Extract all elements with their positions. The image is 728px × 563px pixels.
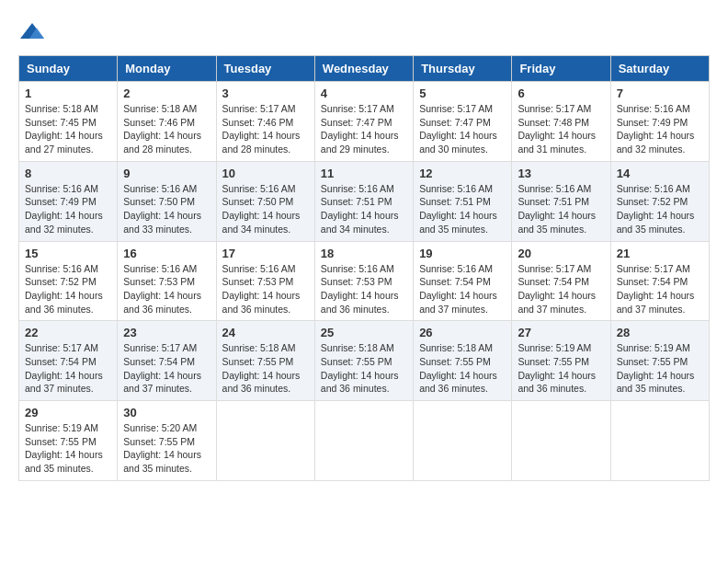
day-info: Sunrise: 5:16 AMSunset: 7:49 PMDaylight:…	[617, 102, 703, 156]
day-cell: 14Sunrise: 5:16 AMSunset: 7:52 PMDayligh…	[610, 161, 709, 241]
day-info: Sunrise: 5:17 AMSunset: 7:48 PMDaylight:…	[518, 102, 604, 156]
day-info: Sunrise: 5:19 AMSunset: 7:55 PMDaylight:…	[617, 341, 703, 396]
day-cell	[512, 401, 610, 481]
day-info: Sunrise: 5:19 AMSunset: 7:55 PMDaylight:…	[518, 341, 604, 396]
day-info: Sunrise: 5:18 AMSunset: 7:55 PMDaylight:…	[419, 341, 506, 396]
header-thursday: Thursday	[414, 56, 512, 82]
header-monday: Monday	[118, 56, 216, 82]
day-cell: 5Sunrise: 5:17 AMSunset: 7:47 PMDaylight…	[414, 82, 512, 162]
day-cell: 25Sunrise: 5:18 AMSunset: 7:55 PMDayligh…	[314, 321, 413, 401]
header-friday: Friday	[512, 56, 610, 82]
day-number: 18	[321, 247, 407, 260]
day-number: 21	[617, 247, 703, 260]
day-number: 24	[222, 326, 309, 339]
day-cell: 29Sunrise: 5:19 AMSunset: 7:55 PMDayligh…	[19, 401, 118, 481]
day-info: Sunrise: 5:16 AMSunset: 7:53 PMDaylight:…	[222, 262, 309, 316]
day-number: 16	[123, 247, 210, 260]
day-cell: 27Sunrise: 5:19 AMSunset: 7:55 PMDayligh…	[512, 321, 610, 401]
day-number: 27	[518, 326, 604, 339]
day-cell: 4Sunrise: 5:17 AMSunset: 7:47 PMDaylight…	[314, 82, 413, 162]
day-number: 1	[25, 86, 111, 100]
day-cell: 20Sunrise: 5:17 AMSunset: 7:54 PMDayligh…	[512, 241, 610, 321]
day-number: 10	[222, 167, 309, 180]
day-cell: 9Sunrise: 5:16 AMSunset: 7:50 PMDaylight…	[118, 161, 216, 241]
day-cell: 7Sunrise: 5:16 AMSunset: 7:49 PMDaylight…	[610, 82, 709, 162]
day-info: Sunrise: 5:17 AMSunset: 7:54 PMDaylight:…	[123, 341, 210, 396]
calendar-header-row: SundayMondayTuesdayWednesdayThursdayFrid…	[19, 56, 710, 82]
day-info: Sunrise: 5:18 AMSunset: 7:46 PMDaylight:…	[123, 102, 210, 156]
calendar-table: SundayMondayTuesdayWednesdayThursdayFrid…	[18, 55, 710, 481]
day-number: 3	[222, 86, 309, 100]
day-cell: 2Sunrise: 5:18 AMSunset: 7:46 PMDaylight…	[118, 82, 216, 162]
day-cell: 12Sunrise: 5:16 AMSunset: 7:51 PMDayligh…	[414, 161, 512, 241]
day-cell: 26Sunrise: 5:18 AMSunset: 7:55 PMDayligh…	[414, 321, 512, 401]
day-number: 6	[518, 86, 604, 100]
day-info: Sunrise: 5:16 AMSunset: 7:49 PMDaylight:…	[25, 182, 111, 236]
day-number: 8	[25, 167, 111, 180]
logo	[18, 18, 50, 46]
day-info: Sunrise: 5:17 AMSunset: 7:47 PMDaylight:…	[321, 102, 407, 156]
logo-icon	[18, 18, 46, 46]
day-cell: 23Sunrise: 5:17 AMSunset: 7:54 PMDayligh…	[118, 321, 216, 401]
day-number: 15	[25, 247, 111, 260]
day-number: 14	[617, 167, 703, 180]
day-number: 4	[321, 86, 407, 100]
day-cell: 15Sunrise: 5:16 AMSunset: 7:52 PMDayligh…	[19, 241, 118, 321]
day-info: Sunrise: 5:16 AMSunset: 7:52 PMDaylight:…	[617, 182, 703, 236]
week-row-2: 8Sunrise: 5:16 AMSunset: 7:49 PMDaylight…	[19, 161, 710, 241]
day-cell: 18Sunrise: 5:16 AMSunset: 7:53 PMDayligh…	[314, 241, 413, 321]
day-cell: 11Sunrise: 5:16 AMSunset: 7:51 PMDayligh…	[314, 161, 413, 241]
day-cell	[610, 401, 709, 481]
day-cell	[216, 401, 314, 481]
day-number: 29	[25, 406, 111, 419]
day-number: 20	[518, 247, 604, 260]
day-info: Sunrise: 5:18 AMSunset: 7:55 PMDaylight:…	[222, 341, 309, 396]
day-number: 30	[123, 406, 210, 419]
day-cell: 19Sunrise: 5:16 AMSunset: 7:54 PMDayligh…	[414, 241, 512, 321]
day-info: Sunrise: 5:16 AMSunset: 7:52 PMDaylight:…	[25, 262, 111, 316]
day-info: Sunrise: 5:17 AMSunset: 7:47 PMDaylight:…	[419, 102, 506, 156]
week-row-1: 1Sunrise: 5:18 AMSunset: 7:45 PMDaylight…	[19, 82, 710, 162]
day-number: 9	[123, 167, 210, 180]
week-row-3: 15Sunrise: 5:16 AMSunset: 7:52 PMDayligh…	[19, 241, 710, 321]
week-row-4: 22Sunrise: 5:17 AMSunset: 7:54 PMDayligh…	[19, 321, 710, 401]
page-header	[18, 18, 710, 46]
day-info: Sunrise: 5:17 AMSunset: 7:46 PMDaylight:…	[222, 102, 309, 156]
day-number: 23	[123, 326, 210, 339]
header-wednesday: Wednesday	[314, 56, 413, 82]
day-info: Sunrise: 5:16 AMSunset: 7:50 PMDaylight:…	[222, 182, 309, 236]
day-number: 26	[419, 326, 506, 339]
day-number: 19	[419, 247, 506, 260]
day-cell: 3Sunrise: 5:17 AMSunset: 7:46 PMDaylight…	[216, 82, 314, 162]
day-cell: 28Sunrise: 5:19 AMSunset: 7:55 PMDayligh…	[610, 321, 709, 401]
day-cell: 24Sunrise: 5:18 AMSunset: 7:55 PMDayligh…	[216, 321, 314, 401]
week-row-5: 29Sunrise: 5:19 AMSunset: 7:55 PMDayligh…	[19, 401, 710, 481]
day-cell: 6Sunrise: 5:17 AMSunset: 7:48 PMDaylight…	[512, 82, 610, 162]
day-cell: 10Sunrise: 5:16 AMSunset: 7:50 PMDayligh…	[216, 161, 314, 241]
day-cell: 16Sunrise: 5:16 AMSunset: 7:53 PMDayligh…	[118, 241, 216, 321]
day-info: Sunrise: 5:16 AMSunset: 7:50 PMDaylight:…	[123, 182, 210, 236]
day-cell: 1Sunrise: 5:18 AMSunset: 7:45 PMDaylight…	[19, 82, 118, 162]
day-number: 28	[617, 326, 703, 339]
day-info: Sunrise: 5:18 AMSunset: 7:55 PMDaylight:…	[321, 341, 407, 396]
day-cell	[314, 401, 413, 481]
day-number: 7	[617, 86, 703, 100]
day-info: Sunrise: 5:16 AMSunset: 7:51 PMDaylight:…	[419, 182, 506, 236]
day-info: Sunrise: 5:16 AMSunset: 7:53 PMDaylight:…	[123, 262, 210, 316]
day-info: Sunrise: 5:16 AMSunset: 7:51 PMDaylight:…	[518, 182, 604, 236]
day-number: 11	[321, 167, 407, 180]
header-sunday: Sunday	[19, 56, 118, 82]
day-info: Sunrise: 5:17 AMSunset: 7:54 PMDaylight:…	[518, 262, 604, 316]
day-info: Sunrise: 5:20 AMSunset: 7:55 PMDaylight:…	[123, 421, 210, 476]
day-info: Sunrise: 5:17 AMSunset: 7:54 PMDaylight:…	[617, 262, 703, 316]
day-cell	[414, 401, 512, 481]
day-number: 22	[25, 326, 111, 339]
day-number: 2	[123, 86, 210, 100]
day-info: Sunrise: 5:16 AMSunset: 7:51 PMDaylight:…	[321, 182, 407, 236]
day-cell: 22Sunrise: 5:17 AMSunset: 7:54 PMDayligh…	[19, 321, 118, 401]
header-saturday: Saturday	[610, 56, 709, 82]
day-cell: 30Sunrise: 5:20 AMSunset: 7:55 PMDayligh…	[118, 401, 216, 481]
day-number: 17	[222, 247, 309, 260]
day-number: 25	[321, 326, 407, 339]
day-cell: 17Sunrise: 5:16 AMSunset: 7:53 PMDayligh…	[216, 241, 314, 321]
